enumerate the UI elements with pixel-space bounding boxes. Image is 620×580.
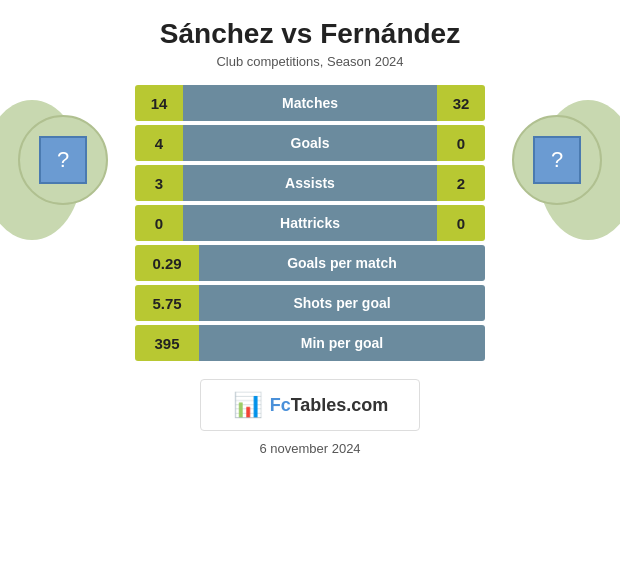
stat-row-assists: 3 Assists 2 [135, 165, 485, 201]
player-left-placeholder: ? [39, 136, 87, 184]
single-label-1: Shots per goal [199, 285, 485, 321]
stat-row-hattricks: 0 Hattricks 0 [135, 205, 485, 241]
single-val-2: 395 [135, 325, 199, 361]
left-val-3: 0 [135, 205, 183, 241]
right-val-2: 2 [437, 165, 485, 201]
stat-row-single-2: 395 Min per goal [135, 325, 485, 361]
center-label-2: Assists [183, 165, 437, 201]
center-label-3: Hattricks [183, 205, 437, 241]
logo-icon: 📊 [232, 389, 264, 421]
stat-row-single-1: 5.75 Shots per goal [135, 285, 485, 321]
single-val-0: 0.29 [135, 245, 199, 281]
player-right-placeholder: ? [533, 136, 581, 184]
subtitle: Club competitions, Season 2024 [216, 54, 403, 69]
right-val-1: 0 [437, 125, 485, 161]
left-val-0: 14 [135, 85, 183, 121]
left-val-2: 3 [135, 165, 183, 201]
left-val-1: 4 [135, 125, 183, 161]
logo-tables: Tables.com [291, 395, 389, 415]
logo-text: FcTables.com [270, 395, 389, 416]
right-val-0: 32 [437, 85, 485, 121]
rows-container: 14 Matches 32 4 Goals 0 3 Assists 2 0 Ha… [135, 85, 485, 361]
single-label-2: Min per goal [199, 325, 485, 361]
player-left-avatar: ? [18, 115, 108, 205]
single-label-0: Goals per match [199, 245, 485, 281]
logo-fc: Fc [270, 395, 291, 415]
logo-area[interactable]: 📊 FcTables.com [200, 379, 420, 431]
stat-row-matches: 14 Matches 32 [135, 85, 485, 121]
center-label-0: Matches [183, 85, 437, 121]
stats-section: ? ? 14 Matches 32 4 Goals 0 3 Assists 2 [0, 85, 620, 361]
footer-date: 6 november 2024 [259, 441, 360, 456]
stat-row-goals: 4 Goals 0 [135, 125, 485, 161]
stat-row-single-0: 0.29 Goals per match [135, 245, 485, 281]
right-val-3: 0 [437, 205, 485, 241]
player-right-avatar: ? [512, 115, 602, 205]
center-label-1: Goals [183, 125, 437, 161]
main-container: Sánchez vs Fernández Club competitions, … [0, 0, 620, 580]
single-val-1: 5.75 [135, 285, 199, 321]
page-title: Sánchez vs Fernández [160, 18, 460, 50]
